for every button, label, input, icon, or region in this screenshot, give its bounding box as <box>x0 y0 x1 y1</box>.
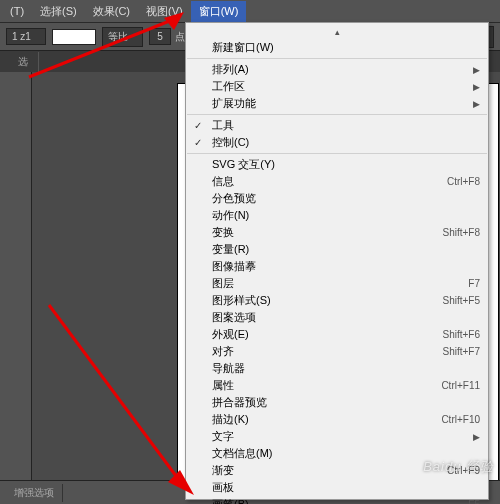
menu-item-label: 外观(E) <box>212 327 442 342</box>
menu-item[interactable]: 排列(A)▶ <box>186 61 488 78</box>
menu-item[interactable]: 对齐Shift+F7 <box>186 343 488 360</box>
menu-item-label: 排列(A) <box>212 62 473 77</box>
menu-separator <box>187 58 487 59</box>
menu-item-label: 扩展功能 <box>212 96 473 111</box>
menu-item-label: 图案选项 <box>212 310 480 325</box>
check-icon: ✓ <box>194 137 202 148</box>
document-tab[interactable]: 选 <box>8 52 39 72</box>
menu-item-label: 变换 <box>212 225 442 240</box>
menu-item[interactable]: 描边(K)Ctrl+F10 <box>186 411 488 428</box>
menu-shortcut: F5 <box>468 499 480 504</box>
check-icon: ✓ <box>194 120 202 131</box>
menu-item[interactable]: 信息Ctrl+F8 <box>186 173 488 190</box>
points-field[interactable]: 5 <box>149 28 171 45</box>
profile-select[interactable]: 等比 <box>102 27 143 47</box>
menu-item-label: 导航器 <box>212 361 480 376</box>
menu-item-label: 画板 <box>212 480 480 495</box>
menu-item-window[interactable]: 窗口(W) <box>191 1 247 22</box>
menu-separator <box>187 114 487 115</box>
menu-item-label: 渐变 <box>212 463 447 478</box>
menu-item[interactable]: 图像描摹 <box>186 258 488 275</box>
submenu-arrow-icon: ▶ <box>473 432 480 442</box>
menu-item[interactable]: 工作区▶ <box>186 78 488 95</box>
watermark: Baidu 经验 <box>423 458 494 476</box>
submenu-arrow-icon: ▶ <box>473 65 480 75</box>
menu-separator <box>187 153 487 154</box>
menu-shortcut: Shift+F7 <box>442 346 480 357</box>
zoom-select[interactable]: 1 z1 <box>6 28 46 45</box>
menu-item-label: 控制(C) <box>212 135 480 150</box>
menu-shortcut: Shift+F5 <box>442 295 480 306</box>
menu-item-label: 工具 <box>212 118 480 133</box>
menu-item[interactable]: 图形样式(S)Shift+F5 <box>186 292 488 309</box>
menu-item[interactable]: 画板 <box>186 479 488 496</box>
menu-item-label: 新建窗口(W) <box>212 40 480 55</box>
menu-item-view[interactable]: 视图(V) <box>138 1 191 22</box>
menu-shortcut: Ctrl+F11 <box>441 380 480 391</box>
menu-item-label: 图形样式(S) <box>212 293 442 308</box>
menu-item-label: 变量(R) <box>212 242 480 257</box>
menu-item[interactable]: 图层F7 <box>186 275 488 292</box>
menu-item[interactable]: 导航器 <box>186 360 488 377</box>
tools-panel[interactable] <box>0 72 32 480</box>
menu-item[interactable]: 文字▶ <box>186 428 488 445</box>
menubar: (T) 选择(S) 效果(C) 视图(V) 窗口(W) <box>0 0 500 22</box>
menu-item[interactable]: 分色预览 <box>186 190 488 207</box>
menu-item-label: 信息 <box>212 174 447 189</box>
menu-item[interactable]: 变量(R) <box>186 241 488 258</box>
menu-item-label: 属性 <box>212 378 441 393</box>
menu-item-label: 文字 <box>212 429 473 444</box>
menu-shortcut: Shift+F6 <box>442 329 480 340</box>
menu-item-t[interactable]: (T) <box>2 2 32 20</box>
menu-item[interactable]: 属性Ctrl+F11 <box>186 377 488 394</box>
menu-shortcut: F7 <box>468 278 480 289</box>
menu-item[interactable]: SVG 交互(Y) <box>186 156 488 173</box>
menu-item-label: 描边(K) <box>212 412 441 427</box>
menu-item-label: 画笔(B) <box>212 497 468 504</box>
menu-scroll-up[interactable]: ▴ <box>186 25 488 39</box>
menu-item-label: 分色预览 <box>212 191 480 206</box>
menu-item-effect[interactable]: 效果(C) <box>85 1 138 22</box>
stroke-swatch[interactable] <box>52 29 96 45</box>
submenu-arrow-icon: ▶ <box>473 99 480 109</box>
menu-item[interactable]: 画笔(B)F5 <box>186 496 488 504</box>
menu-shortcut: Ctrl+F8 <box>447 176 480 187</box>
window-menu-dropdown: ▴ 新建窗口(W)排列(A)▶工作区▶扩展功能▶✓工具✓控制(C)SVG 交互(… <box>185 22 489 500</box>
status-preset[interactable]: 增强选项 <box>6 484 63 502</box>
menu-item-label: SVG 交互(Y) <box>212 157 480 172</box>
menu-item-label: 拼合器预览 <box>212 395 480 410</box>
menu-item[interactable]: 新建窗口(W) <box>186 39 488 56</box>
menu-item-label: 图层 <box>212 276 468 291</box>
menu-item[interactable]: 动作(N) <box>186 207 488 224</box>
menu-item[interactable]: 拼合器预览 <box>186 394 488 411</box>
menu-item-label: 工作区 <box>212 79 473 94</box>
menu-item[interactable]: ✓控制(C) <box>186 134 488 151</box>
menu-item-label: 图像描摹 <box>212 259 480 274</box>
menu-item[interactable]: 外观(E)Shift+F6 <box>186 326 488 343</box>
menu-item[interactable]: 图案选项 <box>186 309 488 326</box>
menu-item[interactable]: 扩展功能▶ <box>186 95 488 112</box>
menu-item-label: 动作(N) <box>212 208 480 223</box>
menu-shortcut: Ctrl+F10 <box>441 414 480 425</box>
menu-item[interactable]: ✓工具 <box>186 117 488 134</box>
submenu-arrow-icon: ▶ <box>473 82 480 92</box>
menu-item[interactable]: 变换Shift+F8 <box>186 224 488 241</box>
menu-item-label: 对齐 <box>212 344 442 359</box>
menu-shortcut: Shift+F8 <box>442 227 480 238</box>
menu-item-select[interactable]: 选择(S) <box>32 1 85 22</box>
